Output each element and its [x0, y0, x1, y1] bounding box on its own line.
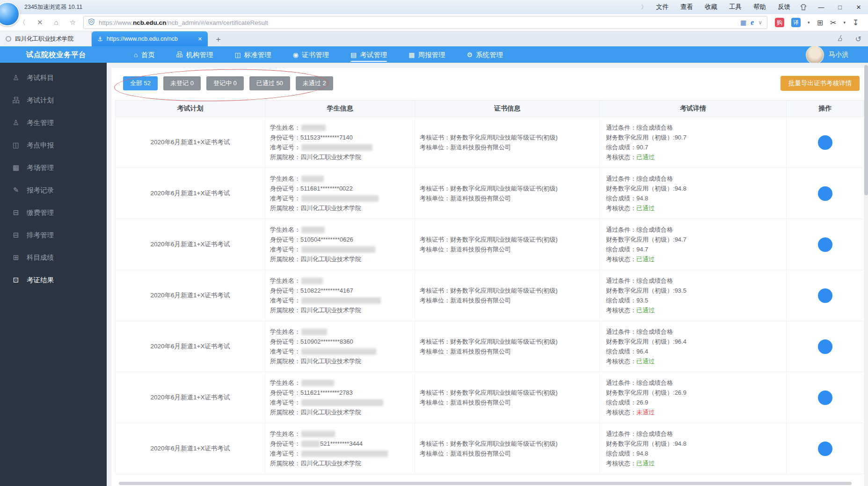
row-action-button[interactable] — [818, 339, 832, 354]
skin-icon[interactable] — [800, 4, 807, 11]
new-tab-button[interactable]: ＋ — [214, 34, 222, 44]
url-text[interactable]: https://www.ncb.edu.cn/ncb_admin/#/exam/… — [99, 19, 736, 26]
menu-item[interactable]: 工具 — [729, 3, 742, 11]
filter-button[interactable]: 全部 52 — [123, 76, 158, 90]
pass-condition-line: 通过条件： 综合成绩合格 — [606, 174, 786, 184]
avatar[interactable] — [806, 46, 824, 64]
site-safety-shield-icon[interactable] — [88, 18, 95, 27]
shopping-badge[interactable]: 购 — [775, 18, 784, 27]
minimize-button[interactable]: — — [817, 4, 826, 11]
row-action-button[interactable] — [818, 442, 832, 456]
school-value: 四川化工职业技术学院 — [300, 255, 361, 264]
condition-value: 综合成绩合格 — [636, 379, 673, 387]
translate-badge[interactable]: 译 — [791, 18, 801, 27]
pass-condition-line: 通过条件： 综合成绩合格 — [606, 327, 786, 337]
restore-tab-icon[interactable]: ↺ — [855, 35, 861, 44]
nav-buttons: 〈 ✕ ⌂ ☆ — [19, 18, 76, 27]
operation-cell — [787, 423, 864, 474]
cert-value: 财务数字化应用职业技能等级证书(初级) — [450, 389, 558, 397]
sidebar-item-考证结果[interactable]: ⊡考证结果 — [0, 269, 107, 291]
nav-item-首页[interactable]: ⌂首页 — [134, 46, 154, 63]
sidebar-item-考试计划[interactable]: 品考试计划 — [0, 89, 107, 111]
filter-button[interactable]: 未通过 2 — [296, 76, 333, 90]
address-bar[interactable]: https://www.ncb.edu.cn/ncb_admin/#/exam/… — [83, 16, 767, 29]
user-menu[interactable]: 马小洪 — [806, 46, 848, 64]
filter-button[interactable]: 登记中 0 — [206, 76, 244, 90]
student-info-cell: 学生姓名：身份证号：510504********0626准考证号：所属院校：四川… — [265, 219, 415, 270]
nav-item-机构管理[interactable]: 品机构管理 — [176, 46, 213, 63]
filter-button[interactable]: 未登记 0 — [163, 76, 201, 90]
back-icon[interactable]: 〈 — [19, 18, 26, 27]
sidebar-item-考试科目[interactable]: ♙考试科目 — [0, 66, 107, 89]
nav-item-label: 机构管理 — [186, 51, 213, 59]
condition-value: 综合成绩合格 — [636, 277, 673, 285]
export-button[interactable]: 批量导出证书考核详情 — [780, 76, 860, 91]
field-label: 考核单位： — [420, 143, 450, 152]
chevron-down-icon[interactable]: ∨ — [758, 19, 762, 26]
menu-item[interactable]: 收藏 — [705, 3, 717, 11]
row-action-button[interactable] — [818, 288, 832, 303]
nav-item-周报管理[interactable]: ▦周报管理 — [408, 46, 445, 63]
nav-item-系统管理[interactable]: ⚙系统管理 — [467, 46, 503, 63]
menu-item[interactable]: 文件 — [656, 3, 669, 11]
menu-item[interactable]: 帮助 — [753, 3, 766, 11]
browser-tab[interactable]: ⚓https://www.ncb.edu.cn/ncb✕ — [92, 31, 208, 46]
browser-tab[interactable]: 四川化工职业技术学院 — [0, 31, 92, 46]
sidebar-item-缴费管理[interactable]: ⊟缴费管理 — [0, 201, 107, 224]
nav-item-证书管理[interactable]: ◉证书管理 — [293, 46, 329, 63]
menu-item[interactable]: 查看 — [680, 3, 693, 11]
row-action-button[interactable] — [818, 135, 832, 150]
sidebar-item-考点申报[interactable]: ◫考点申报 — [0, 134, 107, 156]
sidebar-item-科目成绩[interactable]: ⊞科目成绩 — [0, 246, 107, 269]
home-button-icon[interactable]: ⌂ — [54, 18, 58, 27]
field-label: 综合成绩： — [606, 194, 636, 203]
close-button[interactable]: ✕ — [854, 4, 863, 11]
vertical-scrollbar[interactable] — [864, 63, 868, 486]
menu-item[interactable]: 反馈 — [778, 3, 790, 11]
status-line: 考核状态：已通过 — [606, 305, 786, 315]
sidebar-item-考生管理[interactable]: ♙考生管理 — [0, 111, 107, 134]
table-row: 2020年6月新道1+X证书考试学生姓名：身份证号：511621********… — [116, 372, 864, 423]
tab-favicon — [6, 36, 11, 42]
url-scheme: https://www. — [99, 19, 133, 26]
row-action-button[interactable] — [818, 390, 832, 405]
nav-item-标准管理[interactable]: ◫标准管理 — [234, 46, 271, 63]
school-value: 四川化工职业技术学院 — [300, 459, 361, 468]
student-info-cell: 学生姓名：身份证号：521********3444准考证号：所属院校：四川化工职… — [265, 423, 415, 474]
student-id-value: 510902********8360 — [300, 338, 353, 345]
tab-close-icon[interactable]: ✕ — [198, 36, 202, 42]
cert-line: 考核证书：财务数字化应用职业技能等级证书(初级) — [420, 337, 599, 346]
star-icon[interactable]: ☆ — [70, 18, 76, 27]
exam-plan-cell: 2020年6月新道1+X证书考试 — [116, 117, 265, 168]
sidebar-item-考场管理[interactable]: ▦考场管理 — [0, 156, 107, 179]
split-screen-icon[interactable]: ⊞ — [817, 18, 823, 27]
cleanup-broom-icon[interactable] — [837, 34, 844, 44]
scrollbar-thumb[interactable] — [864, 65, 868, 195]
field-label: 考核单位： — [420, 245, 450, 254]
scissors-icon[interactable]: ✂ — [830, 18, 836, 27]
maximize-button[interactable]: □ — [835, 4, 845, 11]
horizontal-scrollbar[interactable] — [119, 482, 852, 485]
menu-collapse-icon[interactable]: 〉 — [641, 3, 647, 11]
filters-toolbar: 全部 52未登记 0登记中 0已通过 50未通过 2 批量导出证书考核详情 — [111, 68, 864, 100]
exam-plan-cell: 2020年6月新道1+X证书考试 — [116, 219, 265, 270]
filter-button[interactable]: 已通过 50 — [249, 76, 290, 90]
field-label: 身份证号： — [270, 338, 300, 346]
condition-value: 综合成绩合格 — [636, 175, 673, 183]
caret-down-icon[interactable]: ▾ — [843, 20, 846, 25]
caret-down-icon[interactable]: ▾ — [808, 20, 810, 25]
cert-line: 考核证书：财务数字化应用职业技能等级证书(初级) — [420, 286, 599, 295]
sidebar-item-报考记录[interactable]: ✎报考记录 — [0, 179, 107, 201]
qr-code-icon[interactable]: ▦ — [740, 19, 746, 26]
field-label: 通过条件： — [606, 379, 636, 387]
nav-item-label: 标准管理 — [244, 51, 271, 59]
nav-item-考试管理[interactable]: ▤考试管理 — [350, 46, 387, 63]
condition-value: 综合成绩合格 — [636, 430, 673, 438]
ie-compat-icon[interactable]: e — [751, 18, 754, 27]
sidebar-item-排考管理[interactable]: ⊟排考管理 — [0, 224, 107, 246]
row-action-button[interactable] — [818, 237, 832, 252]
stop-icon[interactable]: ✕ — [37, 18, 43, 27]
download-icon[interactable]: ↧ — [853, 18, 859, 27]
row-action-button[interactable] — [818, 186, 832, 201]
field-label: 考核状态： — [606, 459, 636, 468]
